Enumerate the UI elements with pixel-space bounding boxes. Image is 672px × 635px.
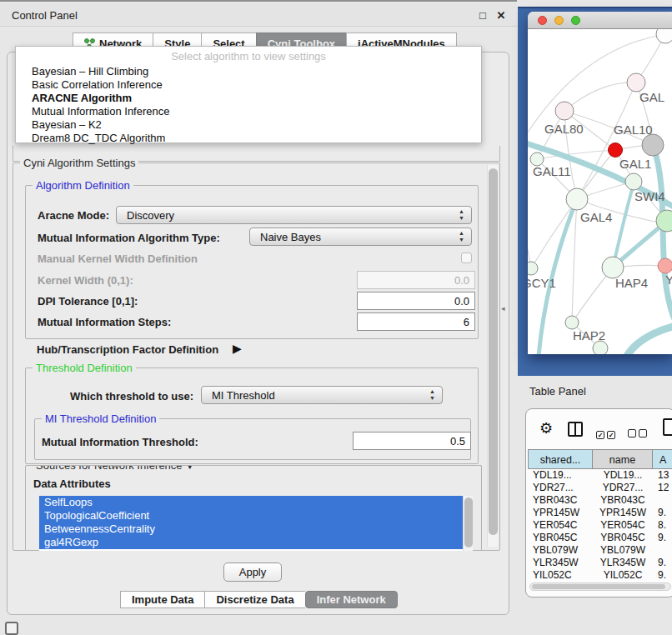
menu-item[interactable]: Bayesian – Hill Climbing <box>16 65 481 78</box>
table-row[interactable]: YBR043CYBR043C <box>528 494 672 507</box>
node-label: GCY1 <box>528 276 556 290</box>
algorithm-dropdown-popup: Select algorithm to view settings Bayesi… <box>15 46 482 143</box>
deselect-all-columns-icon[interactable] <box>628 426 647 441</box>
cell[interactable]: 8. <box>653 519 672 532</box>
tab-impute-data[interactable]: Impute Data <box>120 591 204 608</box>
cell[interactable]: YPR145W <box>528 507 593 519</box>
table-row[interactable]: YLR345WYLR345W9. <box>528 557 672 569</box>
table-row[interactable]: YDR27...YDR27...12 <box>528 482 672 494</box>
table-row[interactable]: YIL052CYIL052C9. <box>528 569 672 579</box>
list-item[interactable]: SelfLoops <box>39 496 473 509</box>
zoom-traffic-light-icon[interactable] <box>571 16 580 25</box>
node-hap2[interactable] <box>565 316 579 329</box>
table-horizontal-scrollbar-thumb[interactable] <box>532 584 665 589</box>
cell[interactable]: 9. <box>653 569 672 579</box>
dpi-tolerance-field[interactable]: 0.0 <box>357 292 475 310</box>
attributes-scrollbar-thumb[interactable] <box>464 498 473 548</box>
mi-threshold-label: Mutual Information Threshold: <box>42 436 198 448</box>
tab-discretize-data[interactable]: Discretize Data <box>204 591 304 608</box>
cell[interactable]: YER054C <box>528 519 593 532</box>
column-header[interactable]: shared... <box>528 449 593 469</box>
cell[interactable]: YBL079W <box>593 544 653 557</box>
node-gal4[interactable] <box>566 188 588 210</box>
apply-button[interactable]: Apply <box>223 562 282 582</box>
menu-item[interactable]: Dream8 DC_TDC Algorithm <box>16 132 481 144</box>
cell[interactable]: 13 <box>653 469 672 482</box>
node-gal1[interactable] <box>625 173 642 190</box>
settings-scrollbar[interactable] <box>487 165 498 547</box>
cell[interactable]: YBR043C <box>593 494 653 507</box>
cell[interactable] <box>653 544 672 557</box>
table-row[interactable]: YPR145WYPR145W9. <box>528 507 672 519</box>
menu-item[interactable]: Mutual Information Inference <box>16 105 481 118</box>
node[interactable] <box>627 73 645 92</box>
menu-item-highlighted[interactable]: ARACNE Algorithm <box>16 92 481 104</box>
table-row[interactable]: YDL19...YDL19...13 <box>528 469 672 482</box>
mi-type-select[interactable]: Naive Bayes ▲▼ <box>249 228 472 246</box>
cell[interactable]: YBR045C <box>528 532 593 544</box>
table-row[interactable]: YER054CYER054C8. <box>528 519 672 532</box>
float-panel-icon[interactable]: □ <box>475 8 490 23</box>
combo-arrows-icon: ▲▼ <box>459 230 464 243</box>
cell[interactable]: YIL052C <box>593 569 653 579</box>
cell[interactable]: YLR345W <box>593 557 653 569</box>
table-horizontal-scrollbar[interactable] <box>529 582 671 591</box>
kernel-width-field[interactable]: 0.0 <box>357 271 475 289</box>
cell[interactable]: 12 <box>653 482 672 494</box>
list-item[interactable]: TopologicalCoefficient <box>39 509 473 522</box>
cell[interactable]: YDR27... <box>528 482 593 494</box>
table-row[interactable]: YBL079WYBL079W <box>528 544 672 557</box>
settings-scrollbar-thumb[interactable] <box>489 168 498 535</box>
node-selected-red[interactable] <box>609 143 623 158</box>
tab-infer-network[interactable]: Infer Network <box>305 591 398 608</box>
minimize-traffic-light-icon[interactable] <box>554 16 564 25</box>
columns-icon[interactable] <box>568 422 583 437</box>
mi-steps-field[interactable]: 6 <box>357 312 475 331</box>
cell[interactable]: YLR345W <box>528 557 593 569</box>
node-gal10[interactable] <box>642 134 664 156</box>
manual-kernel-checkbox[interactable] <box>461 252 472 263</box>
algorithm-definition-group: Algorithm Definition Aracne Mode: Discov… <box>25 185 479 339</box>
menu-item[interactable]: Basic Correlation Inference <box>16 78 481 91</box>
column-header[interactable]: name <box>593 449 653 469</box>
node-pink[interactable] <box>658 258 672 273</box>
cell[interactable]: YDL19... <box>528 469 593 482</box>
cell[interactable]: 9. <box>653 507 672 519</box>
cell[interactable]: YBR045C <box>593 532 653 544</box>
attributes-scrollbar[interactable] <box>463 496 473 551</box>
node-label: GAL80 <box>544 122 584 136</box>
cell[interactable]: YBR043C <box>528 494 593 507</box>
network-canvas[interactable]: GAL GAL80 GAL10 GAL1 GAL11 SWI4 GAL4 GCY… <box>528 29 672 354</box>
cell[interactable]: YBL079W <box>528 544 593 557</box>
close-panel-icon[interactable]: ✕ <box>494 8 509 23</box>
close-traffic-light-icon[interactable] <box>538 16 547 25</box>
list-item[interactable]: gal4RGexp <box>39 536 473 549</box>
cell[interactable] <box>653 494 672 507</box>
node-gal80[interactable] <box>555 102 574 120</box>
network-window-titlebar[interactable] <box>528 12 672 29</box>
node[interactable] <box>656 29 672 43</box>
cell[interactable]: YER054C <box>593 519 653 532</box>
select-all-columns-icon[interactable]: ✓✓ <box>596 426 615 441</box>
which-threshold-select[interactable]: MI Threshold ▲▼ <box>201 386 443 404</box>
cell[interactable]: 9. <box>653 532 672 544</box>
mi-threshold-field[interactable]: 0.5 <box>353 432 471 450</box>
sources-collapse-arrow-icon[interactable]: ▼ <box>185 465 194 471</box>
cell[interactable]: 9. <box>653 557 672 569</box>
menu-item[interactable]: Bayesian – K2 <box>16 118 481 131</box>
new-table-icon[interactable] <box>663 418 672 436</box>
hub-expand-arrow-icon[interactable]: ▶ <box>233 342 242 355</box>
node[interactable] <box>593 341 608 354</box>
aracne-mode-select[interactable]: Discovery ▲▼ <box>116 206 472 224</box>
split-pane-collapse-icon[interactable]: ◂ <box>501 304 505 312</box>
column-header[interactable]: A <box>653 449 672 469</box>
cell[interactable]: YDL19... <box>593 469 653 482</box>
list-item[interactable]: BetweennessCentrality <box>39 522 473 536</box>
cell[interactable]: YDR27... <box>593 482 653 494</box>
float-window-corner-icon[interactable] <box>5 622 18 635</box>
cell[interactable]: YIL052C <box>528 569 593 579</box>
cell[interactable]: YPR145W <box>593 507 653 519</box>
table-row[interactable]: YBR045CYBR045C9. <box>528 532 672 544</box>
node-gcy1[interactable] <box>528 262 538 275</box>
gear-icon[interactable]: ⚙ <box>539 419 553 438</box>
